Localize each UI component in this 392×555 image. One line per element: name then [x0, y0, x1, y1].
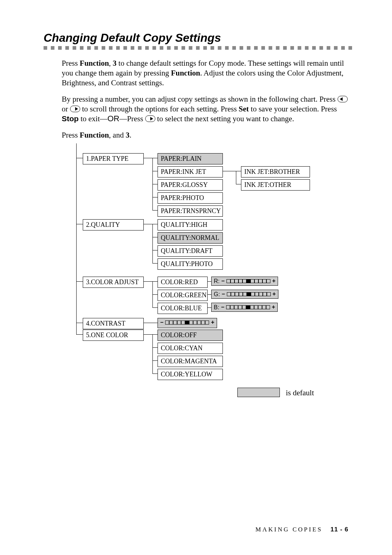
connector-line [144, 281, 152, 282]
connector-line [76, 143, 77, 334]
slider-green: G: – + [211, 290, 278, 299]
option-inkjet-brother: INK JET:BROTHER [241, 166, 310, 177]
menu-diagram: 1.PAPER TYPE 2.QUALITY 3.COLOR ADJUST 4.… [76, 143, 356, 390]
option-color-blue: COLOR:BLUE [158, 303, 208, 314]
connector-line [208, 294, 211, 295]
page-footer: MAKING COPIES11 - 6 [256, 526, 348, 533]
connector-line [152, 263, 158, 264]
connector-line [152, 210, 158, 211]
connector-line [76, 334, 83, 335]
connector-line [152, 323, 158, 323]
option-paper-inkjet: PAPER:INK JET [158, 166, 223, 177]
menu-item-contrast: 4.CONTRAST [83, 318, 144, 329]
page-title: Changing Default Copy Settings [44, 31, 352, 45]
option-quality-high: QUALITY:HIGH [158, 219, 223, 230]
connector-line [76, 224, 83, 224]
option-quality-draft: QUALITY:DRAFT [158, 245, 223, 257]
connector-line [144, 334, 152, 335]
connector-line [236, 184, 241, 184]
connector-line [152, 197, 158, 197]
menu-item-quality: 2.QUALITY [83, 219, 144, 230]
option-color-green: COLOR:GREEN [158, 290, 208, 301]
option-quality-photo: QUALITY:PHOTO [158, 258, 223, 270]
slider-contrast: – + [158, 318, 217, 328]
connector-line [152, 250, 158, 250]
connector-line [76, 323, 83, 323]
option-quality-normal: QUALITY:NORMAL [158, 232, 223, 244]
connector-line [152, 281, 158, 282]
connector-line [144, 323, 152, 323]
connector-line [236, 171, 241, 171]
connector-line [152, 334, 158, 335]
menu-item-one-color: 5.ONE COLOR [83, 330, 144, 341]
connector-line [144, 224, 152, 224]
paragraph-1: Press Function, 3 to change default sett… [62, 58, 352, 88]
connector-line [208, 307, 211, 308]
option-paper-plain: PAPER:PLAIN [158, 153, 223, 164]
option-paper-glossy: PAPER:GLOSSY [158, 179, 223, 191]
connector-line [152, 347, 158, 348]
connector-line [76, 158, 83, 158]
right-arrow-icon [145, 115, 155, 122]
slider-blue: B: – + [211, 303, 278, 312]
legend-label: is default [286, 388, 314, 397]
connector-line [152, 224, 153, 264]
instruction-line: Press Function, and 3. [62, 131, 352, 140]
connector-line [208, 281, 211, 282]
connector-line [152, 171, 158, 171]
option-paper-trnsprncy: PAPER:TRNSPRNCY [158, 205, 223, 217]
option-inkjet-other: INK JET:OTHER [241, 179, 310, 191]
option-onecolor-off: COLOR:OFF [158, 330, 223, 341]
legend-swatch [237, 388, 280, 397]
footer-page-number: 11 - 6 [331, 526, 348, 533]
right-arrow-icon [70, 106, 80, 112]
slider-red: R: – + [211, 277, 278, 286]
connector-line [76, 281, 83, 282]
menu-item-paper-type: 1.PAPER TYPE [83, 153, 144, 164]
option-paper-photo: PAPER:PHOTO [158, 192, 223, 204]
connector-line [152, 307, 158, 308]
option-onecolor-magenta: COLOR:MAGENTA [158, 356, 223, 367]
left-arrow-icon [338, 96, 348, 102]
paragraph-2: By pressing a number, you can adjust cop… [62, 94, 352, 124]
connector-line [223, 171, 236, 171]
footer-section: MAKING COPIES [256, 526, 323, 533]
connector-line [144, 158, 152, 158]
option-color-red: COLOR:RED [158, 277, 208, 288]
menu-item-color-adjust: 3.COLOR ADJUST [83, 277, 144, 288]
connector-line [152, 184, 158, 184]
connector-line [152, 360, 158, 361]
option-onecolor-cyan: COLOR:CYAN [158, 343, 223, 354]
connector-line [152, 224, 158, 224]
title-underline-dots [44, 46, 352, 50]
connector-line [152, 334, 153, 374]
connector-line [236, 171, 236, 184]
connector-line [152, 294, 158, 295]
legend: is default [0, 388, 392, 397]
option-onecolor-yellow: COLOR:YELLOW [158, 369, 223, 380]
connector-line [152, 237, 158, 237]
connector-line [152, 158, 158, 158]
connector-line [152, 374, 158, 374]
